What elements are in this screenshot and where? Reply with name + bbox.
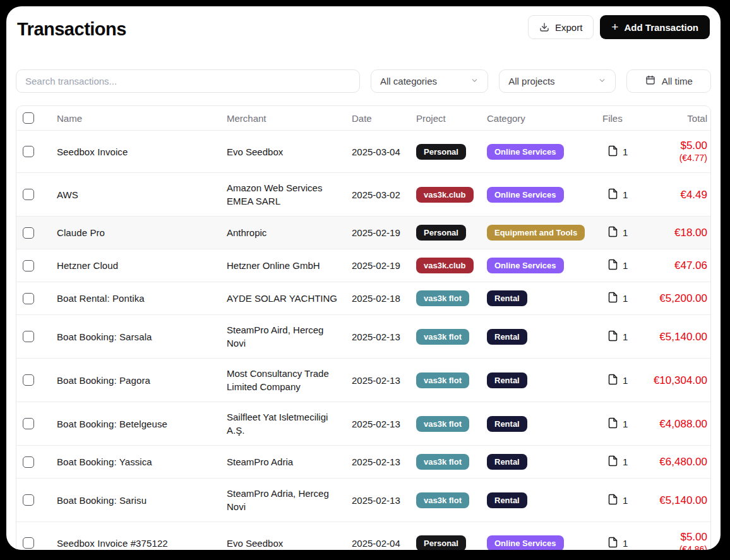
file-icon xyxy=(608,374,618,387)
row-checkbox[interactable] xyxy=(23,374,34,386)
row-checkbox[interactable] xyxy=(23,331,34,342)
transaction-merchant: Hetzner Online GmbH xyxy=(222,249,347,282)
files-count: 1 xyxy=(623,375,628,386)
files-cell: 1 xyxy=(608,494,640,507)
category-badge: Online Services xyxy=(487,535,564,551)
transactions-window: Transactions Export + Add Transaction Al… xyxy=(6,6,721,550)
file-icon xyxy=(608,494,618,507)
table-row[interactable]: Seedbox Invoice Evo Seedbox 2025-03-04 P… xyxy=(16,131,711,173)
files-count: 1 xyxy=(623,146,628,157)
table-row[interactable]: Boat Booking: Betelgeuse Sailfleet Yat I… xyxy=(16,402,711,446)
transaction-total: €6,480.00 xyxy=(650,455,707,468)
category-badge: Online Services xyxy=(487,187,564,203)
table-row[interactable]: AWS Amazon Web Services EMEA SARL 2025-0… xyxy=(16,173,711,217)
files-count: 1 xyxy=(623,495,628,506)
transaction-name: Boat Booking: Betelgeuse xyxy=(52,402,222,446)
row-checkbox[interactable] xyxy=(23,260,34,271)
row-checkbox[interactable] xyxy=(23,293,34,304)
transaction-total-converted: (€4.86) xyxy=(650,544,707,550)
transaction-date: 2025-02-18 xyxy=(347,282,411,315)
search-input[interactable] xyxy=(16,69,360,93)
select-all-checkbox[interactable] xyxy=(23,112,34,124)
transaction-total: €18.00 xyxy=(650,226,707,239)
row-checkbox[interactable] xyxy=(23,189,34,200)
transaction-name: Claude Pro xyxy=(52,217,222,249)
plus-icon: + xyxy=(611,21,618,33)
files-cell: 1 xyxy=(608,226,640,239)
row-checkbox[interactable] xyxy=(23,227,34,239)
table-row[interactable]: Boat Booking: Pagora Most Consultancy Tr… xyxy=(16,359,711,402)
transaction-merchant: SteamPro Aird, Herceg Novi xyxy=(222,315,347,359)
file-icon xyxy=(608,259,618,272)
column-header-merchant: Merchant xyxy=(222,106,347,131)
transaction-merchant: SteamPro Adria xyxy=(222,446,347,479)
row-checkbox[interactable] xyxy=(23,418,34,429)
project-badge: vas3k flot xyxy=(416,372,469,388)
table-row[interactable]: Boat Booking: Sarisu SteamPro Adria, Her… xyxy=(16,479,711,522)
transaction-total-converted: (€4.77) xyxy=(650,152,707,164)
header-actions: Export + Add Transaction xyxy=(528,15,710,39)
category-badge: Rental xyxy=(487,329,527,345)
project-badge: vas3k.club xyxy=(416,258,474,273)
transaction-name: AWS xyxy=(52,173,222,217)
file-icon xyxy=(608,188,618,201)
table-row[interactable]: Boat Rental: Pontika AYDE SOLAR YACHTING… xyxy=(16,282,711,315)
files-count: 1 xyxy=(623,189,628,200)
date-range-filter[interactable]: All time xyxy=(626,69,711,93)
transaction-total: €10,304.00 xyxy=(650,374,707,387)
transaction-name: Boat Rental: Pontika xyxy=(52,282,222,315)
transaction-merchant: SteamPro Adria, Herceg Novi xyxy=(222,479,347,522)
table-row[interactable]: Seedbox Invoice #375122 Evo Seedbox 2025… xyxy=(16,522,711,551)
row-checkbox[interactable] xyxy=(23,456,34,468)
column-header-date: Date xyxy=(347,106,411,131)
files-cell: 1 xyxy=(608,292,640,305)
file-icon xyxy=(608,292,618,305)
transaction-name: Boat Booking: Yassica xyxy=(52,446,222,479)
column-header-name: Name xyxy=(52,106,222,131)
transaction-name: Seedbox Invoice xyxy=(52,131,222,173)
transaction-name: Boat Booking: Pagora xyxy=(52,359,222,402)
table-row[interactable]: Hetzner Cloud Hetzner Online GmbH 2025-0… xyxy=(16,249,711,282)
projects-select-value: All projects xyxy=(508,76,554,86)
category-badge: Rental xyxy=(487,492,527,508)
transaction-total: €47.06 xyxy=(650,259,707,272)
table-row[interactable]: Boat Booking: Yassica SteamPro Adria 202… xyxy=(16,446,711,479)
files-cell: 1 xyxy=(608,417,640,431)
add-transaction-button[interactable]: + Add Transaction xyxy=(600,15,710,39)
file-icon xyxy=(608,417,618,431)
table-row[interactable]: Claude Pro Anthropic 2025-02-19 Personal… xyxy=(16,217,711,249)
chevron-down-icon xyxy=(470,76,479,86)
transaction-total: €4,088.00 xyxy=(650,417,707,431)
page-title: Transactions xyxy=(17,18,126,40)
column-header-total: Total xyxy=(645,106,711,131)
category-badge: Rental xyxy=(487,454,527,470)
file-icon xyxy=(608,537,618,550)
export-button[interactable]: Export xyxy=(528,15,594,39)
row-checkbox[interactable] xyxy=(23,146,34,157)
projects-select[interactable]: All projects xyxy=(499,69,616,93)
calendar-icon xyxy=(645,75,655,87)
transaction-date: 2025-02-13 xyxy=(347,446,411,479)
transaction-merchant: Most Consultancy Trade Limited Company xyxy=(222,359,347,402)
row-checkbox[interactable] xyxy=(23,494,34,506)
row-checkbox[interactable] xyxy=(23,537,34,549)
category-badge: Rental xyxy=(487,372,527,388)
date-range-value: All time xyxy=(662,76,693,86)
transaction-total: €4.49 xyxy=(650,188,707,201)
files-cell: 1 xyxy=(608,537,640,550)
transaction-date: 2025-02-04 xyxy=(347,522,411,551)
transaction-date: 2025-02-13 xyxy=(347,359,411,402)
column-header-files: Files xyxy=(597,106,645,131)
categories-select[interactable]: All categories xyxy=(371,69,488,93)
files-cell: 1 xyxy=(608,259,640,272)
category-badge: Equipment and Tools xyxy=(487,225,585,241)
files-cell: 1 xyxy=(608,188,640,201)
transactions-table: Name Merchant Date Project Category File… xyxy=(16,105,711,550)
transaction-total: €5,140.00 xyxy=(650,330,707,343)
project-badge: vas3k flot xyxy=(416,290,469,306)
table-row[interactable]: Boat Booking: Sarsala SteamPro Aird, Her… xyxy=(16,315,711,359)
project-badge: vas3k flot xyxy=(416,492,469,508)
transaction-total: $5.00 xyxy=(650,139,707,152)
categories-select-value: All categories xyxy=(380,76,437,86)
project-badge: Personal xyxy=(416,225,466,241)
